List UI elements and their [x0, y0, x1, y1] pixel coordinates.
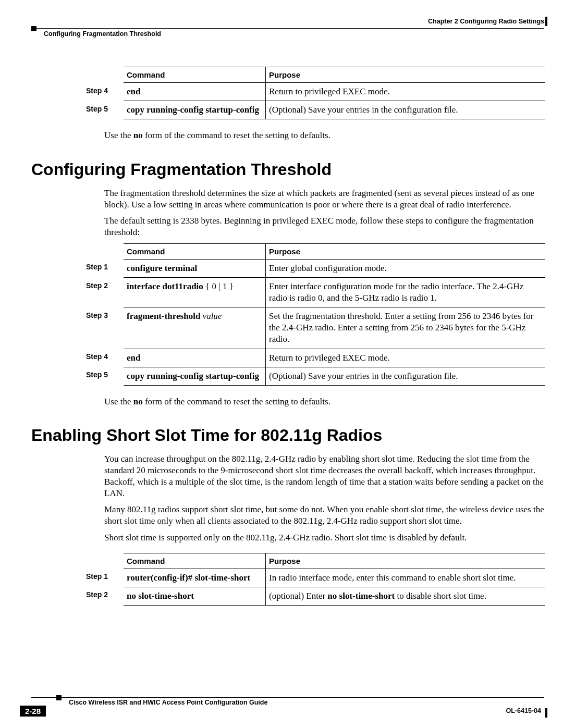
step-label: Step 1 [86, 569, 124, 587]
text: Use the [104, 397, 133, 406]
table-row: Step 3 fragment-threshold value Set the … [86, 307, 545, 349]
purpose-cell: (Optional) Save your entries in the conf… [266, 367, 545, 385]
table-header-row: Command Purpose [86, 553, 545, 569]
purpose-cell: Return to privileged EXEC mode. [266, 349, 545, 367]
text: Use the [104, 130, 133, 140]
command-col-header: Command [124, 67, 266, 83]
body-text: The default setting is 2338 bytes. Begin… [104, 215, 544, 238]
command-table-1: Command Purpose Step 4 end Return to pri… [86, 67, 545, 119]
command-cell: copy running-config startup-config [124, 101, 266, 119]
footer-title: Cisco Wireless ISR and HWIC Access Point… [69, 699, 267, 706]
command-col-header: Command [124, 553, 266, 569]
step-label: Step 4 [86, 349, 124, 367]
text: to disable short slot time. [395, 591, 486, 601]
text: form of the command to reset the setting… [143, 130, 331, 140]
body-text: You can increase throughput on the 802.1… [104, 453, 544, 499]
step-col-header [86, 553, 124, 569]
command-cell: end [124, 349, 266, 367]
command-cell: copy running-config startup-config [124, 367, 266, 385]
step-label: Step 1 [86, 259, 124, 277]
body-text: The fragmentation threshold determines t… [104, 188, 544, 211]
command-table-2: Command Purpose Step 1 configure termina… [86, 243, 545, 386]
section-heading-fragmentation: Configuring Fragmentation Threshold [31, 160, 544, 179]
header-rule [31, 28, 544, 29]
footer-rule [31, 697, 544, 698]
purpose-cell: Set the fragmentation threshold. Enter a… [266, 307, 545, 349]
command-cell: configure terminal [124, 259, 266, 277]
text-bold: fragment-threshold [127, 311, 200, 321]
step-label: Step 3 [86, 307, 124, 349]
footer-doc-id: OL-6415-04 [506, 707, 541, 714]
purpose-cell: Enter interface configuration mode for t… [266, 278, 545, 307]
crop-mark-tr [545, 17, 547, 26]
purpose-cell: Return to privileged EXEC mode. [266, 83, 545, 101]
table-row: Step 5 copy running-config startup-confi… [86, 101, 545, 119]
text: form of the command to reset the setting… [143, 397, 331, 406]
note-text: Use the no form of the command to reset … [104, 396, 544, 408]
note-text: Use the no form of the command to reset … [104, 130, 544, 141]
running-section: Configuring Fragmentation Threshold [31, 30, 544, 38]
purpose-col-header: Purpose [266, 67, 545, 83]
command-cell: router(config-if)# slot-time-short [124, 569, 266, 587]
chapter-label: Chapter 2 Configuring Radio Settings [428, 18, 544, 25]
purpose-cell: (Optional) Save your entries in the conf… [266, 101, 545, 119]
step-label: Step 5 [86, 101, 124, 119]
running-header: Chapter 2 Configuring Radio Settings [31, 18, 544, 25]
command-table-3: Command Purpose Step 1 router(config-if)… [86, 553, 545, 606]
content-area: Command Purpose Step 4 end Return to pri… [31, 63, 544, 616]
purpose-cell: (optional) Enter no slot-time-short to d… [266, 587, 545, 605]
step-col-header [86, 243, 124, 259]
table-row: Step 4 end Return to privileged EXEC mod… [86, 349, 545, 367]
table-row: Step 4 end Return to privileged EXEC mod… [86, 83, 545, 101]
command-cell: end [124, 83, 266, 101]
text: (optional) Enter [269, 591, 327, 601]
body-text: Many 802.11g radios support short slot t… [104, 504, 544, 527]
step-label: Step 2 [86, 587, 124, 605]
step-label: Step 2 [86, 278, 124, 307]
purpose-col-header: Purpose [266, 243, 545, 259]
text-italic: value [200, 311, 222, 321]
text-bold: no [133, 130, 143, 140]
step-label: Step 5 [86, 367, 124, 385]
purpose-col-header: Purpose [266, 553, 545, 569]
crop-mark-br [545, 708, 547, 718]
table-row: Step 5 copy running-config startup-confi… [86, 367, 545, 385]
purpose-cell: In radio interface mode, enter this comm… [266, 569, 545, 587]
command-col-header: Command [124, 243, 266, 259]
body-text: Short slot time is supported only on the… [104, 532, 544, 544]
table-row: Step 1 router(config-if)# slot-time-shor… [86, 569, 545, 587]
page: Chapter 2 Configuring Radio Settings Con… [0, 0, 563, 728]
text-bold: interface dot11radio [127, 281, 203, 291]
table-header-row: Command Purpose [86, 243, 545, 259]
text-bold: no [133, 397, 143, 406]
command-cell: fragment-threshold value [124, 307, 266, 349]
section-label: Configuring Fragmentation Threshold [44, 30, 161, 38]
table-row: Step 2 interface dot11radio { 0 | 1 } En… [86, 278, 545, 307]
text-bold: no slot-time-short [327, 591, 395, 601]
table-header-row: Command Purpose [86, 67, 545, 83]
page-number: 2-28 [20, 706, 46, 717]
text: { 0 | 1 } [203, 281, 234, 291]
table-row: Step 2 no slot-time-short (optional) Ent… [86, 587, 545, 605]
footer-bullet-icon [56, 695, 62, 700]
purpose-cell: Enter global configuration mode. [266, 259, 545, 277]
command-cell: interface dot11radio { 0 | 1 } [124, 278, 266, 307]
section-heading-short-slot: Enabling Short Slot Time for 802.11g Rad… [31, 426, 544, 445]
command-cell: no slot-time-short [124, 587, 266, 605]
step-label: Step 4 [86, 83, 124, 101]
table-row: Step 1 configure terminal Enter global c… [86, 259, 545, 277]
step-col-header [86, 67, 124, 83]
